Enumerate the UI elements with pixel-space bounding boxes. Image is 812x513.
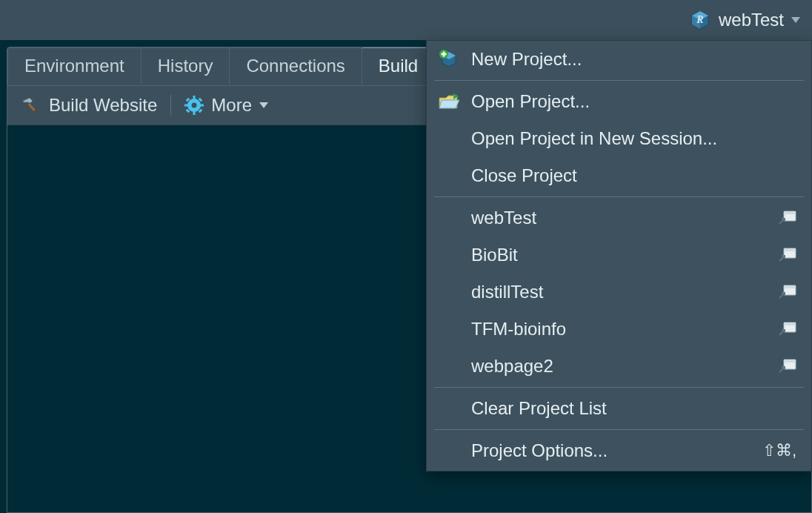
menu-separator (434, 196, 804, 197)
menu-open-project[interactable]: Open Project... (427, 83, 811, 120)
svg-rect-27 (784, 322, 796, 325)
menu-item-label: BioBit (471, 245, 768, 265)
svg-rect-25 (784, 285, 796, 288)
menu-item-label: webTest (471, 208, 768, 228)
new-project-icon (437, 47, 461, 71)
svg-point-6 (192, 103, 197, 108)
menu-recent-project[interactable]: webTest (427, 199, 811, 236)
open-folder-icon (437, 90, 461, 113)
menu-separator (434, 80, 804, 81)
blank-icon (437, 397, 461, 420)
more-label: More (211, 95, 252, 116)
tab-history[interactable]: History (141, 47, 230, 85)
tab-label: History (158, 56, 213, 76)
menu-recent-project[interactable]: TFM-bioinfo (427, 311, 811, 348)
blank-icon (437, 354, 461, 378)
menu-recent-project[interactable]: webpage2 (427, 348, 811, 385)
blank-icon (437, 280, 461, 304)
tab-build[interactable]: Build (362, 47, 435, 85)
menu-recent-project[interactable]: distillTest (427, 274, 811, 311)
menu-project-options[interactable]: Project Options... ⇧⌘, (427, 432, 811, 469)
open-in-new-window-icon[interactable] (779, 359, 796, 374)
open-in-new-window-icon[interactable] (779, 322, 796, 337)
menu-item-label: webpage2 (471, 356, 768, 377)
current-project-label: webTest (719, 10, 784, 30)
hammer-icon (21, 96, 41, 114)
svg-rect-7 (193, 96, 196, 99)
menu-item-label: distillTest (471, 282, 768, 302)
menu-separator (434, 387, 804, 388)
blank-icon (437, 164, 461, 188)
tab-label: Environment (24, 56, 124, 76)
svg-rect-4 (27, 102, 36, 112)
blank-icon (437, 243, 461, 267)
gear-icon (184, 96, 204, 115)
menu-separator (434, 429, 804, 430)
menu-item-label: Open Project in New Session... (471, 128, 796, 149)
caret-down-icon (791, 17, 800, 23)
blank-icon (437, 127, 461, 150)
tab-environment[interactable]: Environment (7, 47, 142, 85)
open-in-new-window-icon[interactable] (779, 211, 796, 225)
blank-icon (437, 206, 461, 230)
menu-open-new-session[interactable]: Open Project in New Session... (427, 120, 811, 157)
svg-rect-23 (784, 248, 796, 251)
svg-rect-29 (784, 360, 796, 363)
svg-text:R: R (696, 14, 703, 25)
blank-icon (437, 317, 461, 341)
menu-item-label: New Project... (471, 49, 796, 70)
svg-rect-9 (184, 105, 188, 107)
build-website-button[interactable]: Build Website (18, 93, 160, 117)
tab-label: Connections (246, 56, 345, 76)
tab-label: Build (379, 56, 418, 76)
svg-rect-21 (784, 211, 796, 214)
more-button[interactable]: More (182, 93, 271, 117)
r-project-icon: R (689, 10, 711, 30)
keyboard-shortcut: ⇧⌘, (762, 441, 796, 460)
menu-clear-list[interactable]: Clear Project List (427, 390, 811, 427)
menu-item-label: Open Project... (471, 91, 796, 112)
toolbar-separator (170, 95, 171, 116)
menu-item-label: Close Project (471, 165, 796, 186)
menu-item-label: Project Options... (471, 440, 752, 461)
blank-icon (437, 439, 461, 463)
svg-rect-19 (442, 53, 447, 56)
menu-item-label: TFM-bioinfo (471, 319, 768, 340)
open-in-new-window-icon[interactable] (779, 285, 796, 299)
tab-connections[interactable]: Connections (229, 47, 362, 85)
build-website-label: Build Website (49, 95, 157, 116)
project-switcher[interactable]: R webTest (683, 7, 806, 33)
svg-rect-10 (200, 105, 204, 107)
topbar: R webTest (0, 0, 812, 40)
menu-item-label: Clear Project List (471, 398, 796, 419)
svg-rect-8 (193, 111, 196, 115)
caret-down-icon (259, 102, 268, 108)
open-in-new-window-icon[interactable] (779, 248, 796, 262)
project-menu: New Project... Open Project... Open Proj… (426, 40, 812, 471)
menu-close-project[interactable]: Close Project (427, 157, 811, 194)
menu-recent-project[interactable]: BioBit (427, 236, 811, 274)
menu-new-project[interactable]: New Project... (427, 41, 811, 78)
